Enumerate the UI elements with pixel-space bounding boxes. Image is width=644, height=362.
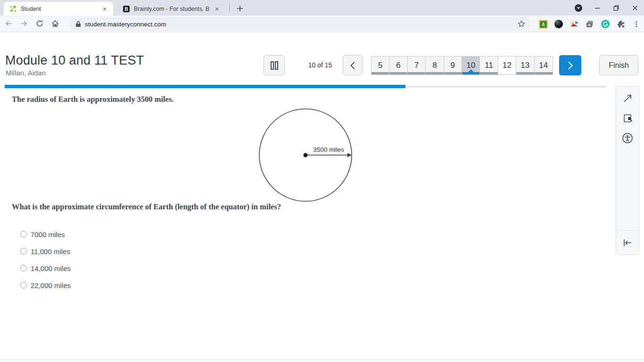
radius-label: 3500 miles: [313, 146, 344, 153]
page-button-11[interactable]: 11: [480, 57, 498, 74]
radio-button[interactable]: [20, 282, 27, 288]
extensions-puzzle-icon[interactable]: [616, 19, 626, 29]
refresh-button[interactable]: [33, 16, 47, 31]
browser-toolbar: student.masteryconnect.com: [0, 16, 644, 32]
page-button-12[interactable]: 12: [498, 57, 516, 74]
restore-button[interactable]: [610, 2, 622, 14]
accessibility-button[interactable]: [621, 132, 634, 144]
page-button-9[interactable]: 9: [444, 57, 462, 74]
back-button[interactable]: [1, 16, 16, 31]
option-label: 11,000 miles: [31, 247, 70, 255]
close-tab-icon[interactable]: ×: [213, 5, 221, 13]
tab-title: Brainly.com - For students. By st: [134, 6, 209, 12]
progress-fill: [5, 85, 405, 88]
tab-student[interactable]: Student ×: [4, 2, 113, 16]
finish-button[interactable]: Finish: [599, 55, 638, 75]
keep-button[interactable]: [572, 2, 585, 14]
pause-button[interactable]: [264, 55, 285, 75]
home-icon: [51, 19, 59, 28]
question-pager: 5 6 7 8 9 10 11 12 13 14: [371, 56, 553, 75]
tab-title: Student: [21, 6, 97, 12]
answer-option-4[interactable]: 22,000 miles: [20, 277, 71, 294]
student-name: Millan, Aidan: [6, 69, 46, 77]
option-label: 22,000 miles: [31, 281, 71, 289]
chevron-right-icon: [567, 61, 574, 70]
answer-option-1[interactable]: 7000 miles: [20, 226, 71, 243]
dark-sphere-extension-icon[interactable]: [554, 19, 563, 29]
forward-arrow-icon: [20, 19, 28, 28]
collapse-left-icon: [622, 239, 633, 247]
masteryconnect-favicon-icon: [9, 5, 17, 13]
circle-caret-down-icon: [574, 4, 583, 12]
page-button-13[interactable]: 13: [516, 57, 534, 74]
footer-strip: [0, 359, 644, 362]
page-button-6[interactable]: 6: [389, 57, 407, 74]
restore-icon: [613, 5, 619, 11]
lock-icon: [75, 21, 81, 27]
tab-separator: [229, 4, 230, 12]
question-stimulus: The radius of Earth is approximately 350…: [12, 95, 173, 104]
refresh-icon: [35, 19, 44, 28]
gray-stack-extension-icon[interactable]: [585, 19, 594, 29]
previous-question-button[interactable]: [343, 55, 363, 75]
brainly-favicon-icon: B: [123, 5, 130, 13]
question-prompt: What is the approximate circumference of…: [12, 202, 281, 212]
page-button-8[interactable]: 8: [426, 57, 444, 74]
find-in-page-icon: [622, 113, 633, 123]
test-page: Module 10 and 11 TEST Millan, Aidan 10 o…: [0, 32, 644, 362]
question-count: 10 of 15: [305, 61, 335, 69]
circle-center-dot: [304, 153, 308, 157]
chrome-menu-icon[interactable]: [632, 19, 641, 29]
page-button-14[interactable]: 14: [535, 57, 553, 74]
zoom-review-button[interactable]: [621, 112, 634, 124]
page-title: Module 10 and 11 TEST: [5, 53, 144, 68]
classroom-extension-icon[interactable]: [538, 19, 548, 29]
tab-strip: Student × B Brainly.com - For students. …: [0, 0, 644, 16]
next-question-button[interactable]: [559, 55, 581, 75]
minimize-icon: [594, 5, 601, 11]
close-tab-icon[interactable]: ×: [101, 5, 108, 13]
minimize-button[interactable]: [591, 2, 603, 14]
new-tab-button[interactable]: [234, 2, 246, 15]
accessibility-tool-panel: [616, 86, 639, 255]
radio-button[interactable]: [20, 248, 27, 255]
radio-button[interactable]: [20, 231, 27, 238]
home-button[interactable]: [48, 16, 62, 31]
close-icon: [632, 5, 638, 11]
svg-text:B: B: [124, 7, 128, 12]
expand-button[interactable]: [621, 92, 634, 105]
accessibility-icon: [622, 132, 633, 144]
answer-option-2[interactable]: 11,000 miles: [20, 243, 71, 260]
earth-radius-diagram: 3500 miles: [258, 108, 353, 202]
answer-option-3[interactable]: 14,000 miles: [20, 260, 71, 277]
option-label: 7000 miles: [31, 230, 65, 239]
option-label: 14,000 miles: [31, 264, 71, 272]
colorful-extension-icon[interactable]: [570, 19, 579, 29]
back-arrow-icon: [4, 19, 13, 28]
chevron-left-icon: [349, 61, 356, 70]
bookmark-star-icon[interactable]: [517, 20, 526, 28]
answer-options: 7000 miles 11,000 miles 14,000 miles 22,…: [20, 226, 71, 294]
page-button-7[interactable]: 7: [408, 57, 426, 74]
radius-arrowhead: [347, 153, 352, 157]
pause-icon: [270, 61, 279, 70]
close-window-button[interactable]: [629, 2, 641, 14]
plus-icon: [237, 5, 243, 12]
test-progress-bar: [5, 85, 606, 88]
page-button-10[interactable]: 10: [462, 57, 480, 74]
page-button-5[interactable]: 5: [372, 57, 389, 74]
forward-button[interactable]: [17, 16, 31, 31]
radio-button[interactable]: [20, 265, 27, 272]
url-text: student.masteryconnect.com: [85, 21, 517, 28]
grammarly-extension-icon[interactable]: [601, 19, 610, 29]
collapse-panel-button[interactable]: [621, 237, 634, 249]
tab-brainly[interactable]: B Brainly.com - For students. By st ×: [117, 2, 225, 16]
address-bar[interactable]: student.masteryconnect.com: [70, 17, 530, 31]
expand-diagonal-icon: [622, 93, 633, 104]
